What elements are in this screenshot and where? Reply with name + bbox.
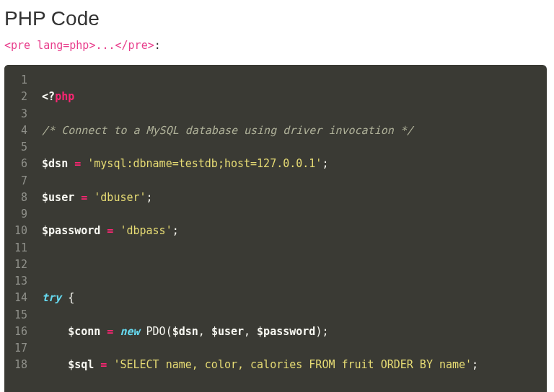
line-number: 3 <box>14 106 27 122</box>
code-line: $dsn = 'mysql:dbname=testdb;host=127.0.0… <box>42 156 535 172</box>
line-number: 13 <box>14 273 27 290</box>
punct: { <box>61 291 74 304</box>
operator: = <box>100 224 120 237</box>
punct: , <box>244 325 257 338</box>
punct: ( <box>166 325 172 338</box>
punct: ; <box>146 191 153 204</box>
punct: ; <box>172 224 179 237</box>
punct: , <box>198 325 211 338</box>
operator: = <box>94 358 113 371</box>
code-line: $sql = 'SELECT name, color, calories FRO… <box>42 357 535 373</box>
code-line: try { <box>42 290 535 306</box>
string: 'SELECT name, color, calories FROM fruit… <box>113 358 472 371</box>
code-block: 1 2 3 4 5 6 7 8 9 10 11 12 13 14 15 16 1… <box>4 65 547 392</box>
line-number: 16 <box>14 324 27 340</box>
keyword-new: new <box>120 325 139 338</box>
code-content[interactable]: <?php /* Connect to a MySQL database usi… <box>35 65 547 392</box>
code-line: $conn = new PDO($dsn, $user, $password); <box>42 324 535 340</box>
operator: = <box>100 325 120 338</box>
pretag-example: <pre lang=php>...</pre>: <box>0 39 547 52</box>
space <box>140 325 146 338</box>
line-number: 17 <box>14 340 27 357</box>
variable: $dsn <box>42 157 68 170</box>
operator: = <box>74 191 94 204</box>
line-number: 12 <box>14 257 27 273</box>
variable: $conn <box>68 325 100 338</box>
punct: ); <box>315 325 328 338</box>
section-heading: PHP Code <box>0 7 547 30</box>
line-number: 5 <box>14 139 27 156</box>
variable: $dsn <box>172 325 198 338</box>
code-line: <?php <box>42 89 535 105</box>
keyword-try: try <box>42 291 61 304</box>
line-number: 11 <box>14 240 27 257</box>
line-number: 1 <box>14 72 27 89</box>
line-number: 8 <box>14 190 27 206</box>
line-number: 10 <box>14 223 27 239</box>
pretag-code: <pre lang=php>...</pre> <box>4 39 154 52</box>
variable: $sql <box>68 358 94 371</box>
line-number: 9 <box>14 206 27 223</box>
operator: = <box>68 157 87 170</box>
punct: ; <box>322 157 328 170</box>
code-line <box>42 257 535 273</box>
line-number: 18 <box>14 357 27 373</box>
string: 'mysql:dbname=testdb;host=127.0.0.1' <box>87 157 322 170</box>
line-number: 15 <box>14 307 27 324</box>
code-line: /* Connect to a MySQL database using dri… <box>42 122 535 139</box>
comment: /* Connect to a MySQL database using dri… <box>42 124 413 137</box>
line-number: 14 <box>14 290 27 306</box>
php-keyword: php <box>55 90 74 103</box>
variable: $password <box>42 224 100 237</box>
punct: ; <box>472 358 478 371</box>
variable: $user <box>211 325 244 338</box>
string: 'dbpass' <box>120 224 172 237</box>
class: PDO <box>146 325 166 338</box>
line-number: 4 <box>14 122 27 139</box>
variable: $password <box>257 325 315 338</box>
line-number: 6 <box>14 156 27 172</box>
variable: $user <box>42 191 74 204</box>
line-gutter: 1 2 3 4 5 6 7 8 9 10 11 12 13 14 15 16 1… <box>4 65 35 392</box>
line-number: 7 <box>14 173 27 190</box>
code-line: $user = 'dbuser'; <box>42 190 535 206</box>
pretag-colon: : <box>154 39 161 52</box>
string: 'dbuser' <box>94 191 146 204</box>
php-open-tag: <? <box>42 90 55 103</box>
code-line: $password = 'dbpass'; <box>42 223 535 239</box>
line-number: 2 <box>14 89 27 105</box>
